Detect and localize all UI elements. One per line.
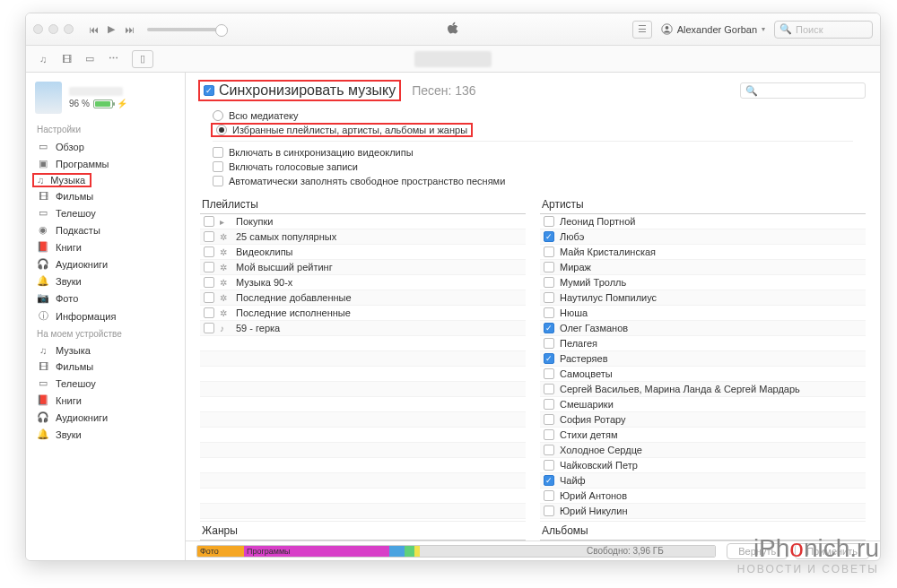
- sidebar-item-Книги[interactable]: 📕Книги: [26, 392, 185, 409]
- account-menu[interactable]: Alexander Gorban ▾: [661, 23, 765, 35]
- sidebar-item-Музыка[interactable]: ♫Музыка: [31, 172, 92, 188]
- radio-entire-library[interactable]: [213, 110, 223, 121]
- row-checkbox[interactable]: ✓: [544, 414, 554, 425]
- sidebar-item-Звуки[interactable]: 🔔Звуки: [26, 426, 185, 443]
- row-checkbox[interactable]: ✓: [544, 445, 554, 455]
- artist-row[interactable]: ✓Чайковский Петр: [540, 458, 866, 473]
- playlist-row[interactable]: ✓✲Мой высший рейтинг: [200, 260, 526, 275]
- row-checkbox[interactable]: ✓: [204, 292, 214, 303]
- row-checkbox[interactable]: ✓: [204, 323, 214, 333]
- playlist-row[interactable]: ✓✲Музыка 90-х: [200, 275, 526, 290]
- next-icon[interactable]: ⏭: [122, 22, 136, 37]
- minimize-dot[interactable]: [48, 24, 58, 34]
- artist-row[interactable]: ✓Любэ: [540, 229, 866, 245]
- playlist-row[interactable]: ✓♪59 - герка: [200, 321, 526, 336]
- play-icon[interactable]: ▶: [104, 22, 118, 37]
- row-checkbox[interactable]: ✓: [544, 353, 554, 364]
- device-button[interactable]: ▯: [132, 50, 153, 68]
- sidebar-item-Звуки[interactable]: 🔔Звуки: [26, 272, 185, 290]
- row-checkbox[interactable]: ✓: [544, 506, 554, 516]
- music-tab-icon[interactable]: ♫: [33, 49, 53, 69]
- volume-slider[interactable]: [147, 28, 228, 31]
- playlist-row[interactable]: ✓✲Последние добавленные: [200, 290, 526, 306]
- artist-row[interactable]: ✓Олег Газманов: [540, 321, 866, 336]
- artist-row[interactable]: ✓Нюша: [540, 306, 866, 321]
- artist-row[interactable]: ✓Юрий Антонов: [540, 489, 866, 504]
- sidebar-item-Фото[interactable]: 📷Фото: [26, 290, 185, 307]
- row-checkbox[interactable]: ✓: [204, 277, 214, 288]
- sidebar-item-Обзор[interactable]: ▭Обзор: [26, 138, 185, 155]
- playlist-row[interactable]: ✓✲Видеоклипы: [200, 245, 526, 260]
- sidebar-item-Телешоу[interactable]: ▭Телешоу: [26, 375, 185, 392]
- artist-row[interactable]: ✓София Ротару: [540, 412, 866, 428]
- sync-music-checkbox[interactable]: ✓: [204, 85, 214, 96]
- row-checkbox[interactable]: ✓: [544, 277, 554, 288]
- list-view-icon[interactable]: ☰: [632, 21, 652, 39]
- sidebar-item-Программы[interactable]: ▣Программы: [26, 155, 185, 172]
- movies-tab-icon[interactable]: 🎞: [57, 49, 76, 69]
- row-checkbox[interactable]: ✓: [204, 231, 214, 242]
- sidebar-item-Подкасты[interactable]: ◉Подкасты: [26, 221, 185, 238]
- row-checkbox[interactable]: ✓: [204, 307, 214, 318]
- artist-row[interactable]: ✓Мумий Тролль: [540, 275, 866, 290]
- playlist-row[interactable]: ✓▸Покупки: [200, 214, 526, 229]
- row-checkbox[interactable]: ✓: [544, 475, 554, 486]
- chk-include-videos[interactable]: ✓: [213, 147, 223, 158]
- row-checkbox[interactable]: ✓: [544, 460, 554, 471]
- tv-tab-icon[interactable]: ▭: [80, 49, 100, 69]
- playlist-label: 59 - герка: [236, 323, 280, 333]
- sidebar-item-Фильмы[interactable]: 🎞Фильмы: [26, 359, 185, 375]
- device-summary[interactable]: 96 % ⚡: [26, 78, 185, 121]
- row-checkbox[interactable]: ✓: [544, 338, 554, 349]
- radio-selected-items[interactable]: [216, 125, 227, 135]
- row-checkbox[interactable]: ✓: [204, 262, 214, 272]
- row-checkbox[interactable]: ✓: [544, 490, 554, 501]
- row-checkbox[interactable]: ✓: [544, 429, 554, 440]
- row-checkbox[interactable]: ✓: [544, 323, 554, 333]
- artists-heading: Артисты: [540, 195, 866, 214]
- row-checkbox[interactable]: ✓: [204, 216, 214, 227]
- row-checkbox[interactable]: ✓: [544, 262, 554, 272]
- row-checkbox[interactable]: ✓: [544, 292, 554, 303]
- chk-autofill[interactable]: ✓: [213, 176, 223, 186]
- artist-row[interactable]: ✓Майя Кристалинская: [540, 245, 866, 260]
- sidebar-item-Информация[interactable]: ⓘИнформация: [26, 307, 185, 325]
- artist-row[interactable]: ✓Холодное Сердце: [540, 443, 866, 458]
- artist-row[interactable]: ✓Юрий Никулин: [540, 504, 866, 519]
- row-checkbox[interactable]: ✓: [204, 246, 214, 257]
- sidebar-item-icon: ▣: [37, 158, 49, 169]
- artist-row[interactable]: ✓Леонид Портной: [540, 214, 866, 229]
- row-checkbox[interactable]: ✓: [544, 307, 554, 318]
- playlist-row[interactable]: ✓✲25 самых популярных: [200, 229, 526, 245]
- artist-row[interactable]: ✓Самоцветы: [540, 367, 866, 382]
- artist-row[interactable]: ✓Чайф: [540, 473, 866, 489]
- artist-row[interactable]: ✓Стихи детям: [540, 428, 866, 443]
- prev-icon[interactable]: ⏮: [86, 22, 100, 37]
- row-checkbox[interactable]: ✓: [544, 246, 554, 257]
- row-checkbox[interactable]: ✓: [544, 368, 554, 379]
- content-search[interactable]: 🔍: [740, 82, 866, 99]
- close-dot[interactable]: [33, 24, 43, 34]
- playlist-row[interactable]: ✓✲Последние исполненные: [200, 306, 526, 321]
- sidebar-item-Аудиокниги[interactable]: 🎧Аудиокниги: [26, 255, 185, 272]
- zoom-dot[interactable]: [64, 24, 74, 34]
- row-checkbox[interactable]: ✓: [544, 384, 554, 394]
- artist-row[interactable]: ✓Растеряев: [540, 351, 866, 367]
- sidebar-item-Музыка[interactable]: ♫Музыка: [26, 342, 185, 359]
- artist-row[interactable]: ✓Смешарики: [540, 397, 866, 412]
- search-input[interactable]: 🔍 Поиск: [774, 21, 873, 39]
- sidebar-item-Книги[interactable]: 📕Книги: [26, 238, 185, 255]
- artist-row[interactable]: ✓Сергей Васильев, Марина Ланда & Сергей …: [540, 382, 866, 397]
- artist-label: Леонид Портной: [560, 216, 635, 227]
- artist-row[interactable]: ✓Пелагея: [540, 336, 866, 351]
- artist-row[interactable]: ✓Наутилус Помпилиус: [540, 290, 866, 306]
- row-checkbox[interactable]: ✓: [544, 231, 554, 242]
- artist-row[interactable]: ✓Мираж: [540, 260, 866, 275]
- row-checkbox[interactable]: ✓: [544, 216, 554, 227]
- sidebar-item-Фильмы[interactable]: 🎞Фильмы: [26, 188, 185, 204]
- more-tab-icon[interactable]: ⋯: [103, 49, 123, 69]
- row-checkbox[interactable]: ✓: [544, 399, 554, 410]
- sidebar-item-Телешоу[interactable]: ▭Телешоу: [26, 204, 185, 221]
- chk-voice-memos[interactable]: ✓: [213, 161, 223, 172]
- sidebar-item-Аудиокниги[interactable]: 🎧Аудиокниги: [26, 409, 185, 426]
